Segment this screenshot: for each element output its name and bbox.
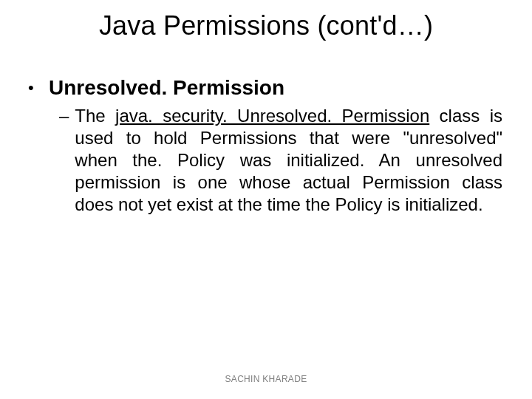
slide-footer: SACHIN KHARADE: [0, 374, 532, 384]
bullet-heading: Unresolved. Permission: [49, 75, 284, 100]
sub-text-underlined: java. security. Unresolved. Permission: [115, 106, 429, 126]
sub-bullet-text: The java. security. Unresolved. Permissi…: [75, 105, 502, 216]
bullet-level-2: – The java. security. Unresolved. Permis…: [28, 105, 502, 216]
slide-body: • Unresolved. Permission – The java. sec…: [28, 75, 502, 216]
slide-title: Java Permissions (cont'd…): [0, 10, 532, 41]
dash-icon: –: [59, 105, 75, 127]
bullet-dot-icon: •: [28, 75, 49, 100]
sub-text-prefix: The: [75, 106, 115, 126]
slide: Java Permissions (cont'd…) • Unresolved.…: [0, 0, 532, 399]
bullet-level-1: • Unresolved. Permission: [28, 75, 502, 100]
